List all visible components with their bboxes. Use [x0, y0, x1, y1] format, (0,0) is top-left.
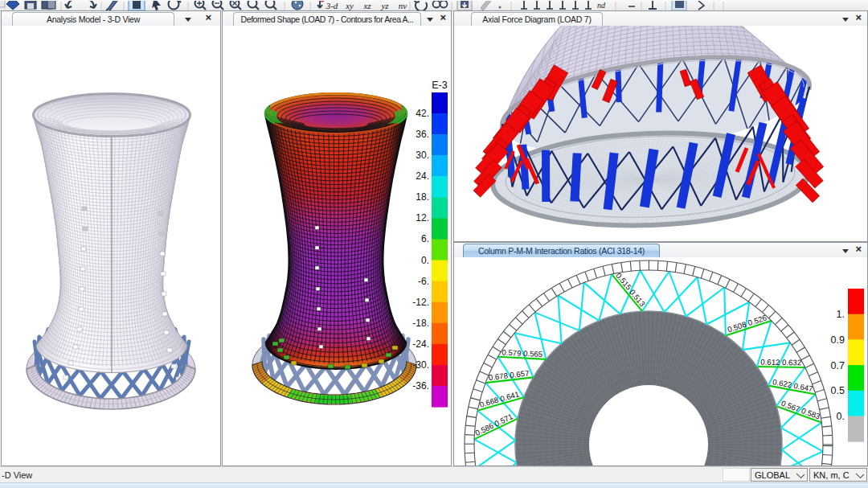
pan-icon[interactable] — [292, 1, 303, 10]
contour-legend-swatch — [432, 134, 448, 156]
contour-legend-tick: -6. — [418, 276, 429, 287]
pane-menu-caret-icon[interactable] — [842, 249, 849, 253]
axial-force-viewport[interactable] — [454, 26, 867, 241]
pane-deformed-shape: Deformed Shape (LOAD 7) - Contours for A… — [222, 10, 452, 466]
contour-legend-title: E-3 — [432, 80, 448, 91]
sap2000-window: 3-dxyxzyznvnd Analysis Model - 3-D View … — [0, 0, 868, 488]
status-bar: -D View GLOBAL KN, m, C — [0, 466, 868, 483]
svg-text:0.515 0.513: 0.515 0.513 — [614, 271, 647, 308]
contour-legend-tick: 24. — [416, 170, 429, 182]
restore-previous-zoom-icon[interactable] — [231, 1, 242, 10]
contour-legend-swatch — [432, 323, 448, 345]
pane-menu-caret-icon[interactable] — [842, 18, 849, 22]
svg-text:0.612 0.632: 0.612 0.632 — [760, 358, 801, 367]
contour-legend-swatch — [432, 155, 448, 177]
contour-legend-swatch — [432, 176, 448, 198]
i-section-5-icon[interactable]: nd — [597, 1, 606, 10]
i-section-1-icon[interactable] — [547, 1, 553, 9]
analysis-model-viewport[interactable] — [2, 26, 220, 465]
perpendicular-axis-icon[interactable] — [698, 1, 704, 10]
status-empty-cell — [723, 468, 750, 482]
interaction-ratios-viewport[interactable]: 0.567 0.5830.622 0.6470.612 0.6320.508 0… — [454, 257, 867, 465]
pane-close-icon[interactable]: × — [205, 11, 211, 24]
shell-annulus — [515, 311, 782, 465]
save-as-icon[interactable] — [42, 1, 55, 9]
contour-legend-swatch — [432, 260, 448, 282]
zoom-in-one-step-icon[interactable] — [248, 1, 260, 10]
pointer-select-icon[interactable] — [152, 1, 161, 10]
yz-view-icon[interactable]: nv — [399, 1, 407, 10]
tab-interaction-ratios[interactable]: Column P-M-M Interaction Ratios (ACI 318… — [463, 244, 660, 257]
tab-deformed-shape[interactable]: Deformed Shape (LOAD 7) - Contours for A… — [233, 12, 421, 26]
coordinate-system-value: GLOBAL — [755, 470, 790, 480]
pane-close-icon[interactable]: × — [855, 243, 862, 256]
perspective-toggle-icon[interactable] — [457, 1, 472, 10]
tab-axial-force[interactable]: Axial Force Diagram (LOAD 7) — [471, 12, 603, 26]
i-section-4-icon[interactable] — [585, 1, 592, 9]
contour-legend-tick: -18. — [412, 318, 429, 329]
xy-view-icon[interactable]: xz — [362, 1, 371, 10]
ratio-legend-tick: 1. — [837, 309, 845, 320]
pane-deformed-titlebar: Deformed Shape (LOAD 7) - Contours for A… — [223, 11, 451, 27]
ratio-legend-swatch — [848, 339, 864, 365]
rubber-band-zoom-icon[interactable] — [195, 1, 207, 10]
ratio-legend: 1.0.90.70.50. — [831, 289, 864, 442]
ratio-legend-swatch — [848, 289, 864, 314]
pane-close-icon[interactable]: × — [440, 11, 446, 24]
svg-text:0.586 0.571: 0.586 0.571 — [473, 412, 514, 437]
deformed-shape-viewport[interactable]: E-342.36.30.24.18.12.6.0.-6.-12.-18.-24.… — [223, 26, 451, 465]
object-shrink-toggle-icon[interactable] — [481, 1, 491, 10]
redo-icon[interactable] — [85, 1, 96, 8]
rotate-3d-view-icon[interactable] — [433, 1, 448, 8]
ratio-legend-swatch — [848, 365, 864, 391]
contour-legend-tick: -30. — [412, 359, 429, 371]
dash-separator-icon[interactable] — [672, 1, 686, 10]
ratio-legend-tick: 0.5 — [831, 385, 845, 396]
svg-text:yz: yz — [380, 1, 389, 10]
named-display-nd-icon[interactable] — [649, 1, 657, 9]
restore-full-view-icon[interactable] — [213, 1, 224, 10]
pane-close-icon[interactable]: × — [855, 11, 862, 24]
draw-special-joint-icon[interactable]: 3-d — [326, 1, 338, 10]
xz-view-icon[interactable]: yz — [380, 1, 389, 10]
3d-view-icon[interactable]: xy — [345, 1, 354, 10]
i-section-2-icon[interactable] — [559, 1, 566, 9]
window-bottom-strip — [0, 482, 868, 488]
svg-text:xy: xy — [345, 1, 354, 10]
save-icon[interactable] — [25, 1, 36, 9]
pane-axial-titlebar: Axial Force Diagram (LOAD 7) × — [454, 11, 867, 27]
refresh-window-icon[interactable] — [169, 1, 182, 10]
undo-icon[interactable] — [65, 1, 76, 8]
nv-view-icon[interactable] — [414, 1, 427, 11]
pane-menu-caret-icon[interactable] — [427, 18, 433, 22]
contour-legend-swatch — [432, 365, 448, 387]
zoom-out-one-step-icon[interactable] — [266, 1, 277, 10]
svg-text:3-d: 3-d — [326, 1, 338, 10]
contour-legend-tick: -36. — [412, 380, 429, 392]
lock-model-icon[interactable] — [129, 1, 145, 10]
tab-analysis-label: Analysis Model - 3-D View — [47, 14, 140, 24]
move-down-pen-icon[interactable] — [521, 1, 527, 9]
contour-legend-swatch — [432, 281, 448, 303]
main-toolbar[interactable]: 3-dxyxzyznvnd — [0, 0, 868, 11]
coordinate-system-select[interactable]: GLOBAL — [751, 468, 808, 482]
units-select[interactable]: KN, m, C — [809, 468, 867, 482]
ratio-legend-swatch — [848, 314, 864, 340]
contour-legend-tick: 0. — [421, 255, 429, 266]
contour-legend-swatch — [432, 113, 448, 135]
ratio-legend-tick: 0.7 — [831, 360, 845, 371]
i-section-3-icon[interactable] — [572, 1, 579, 9]
new-model-icon[interactable] — [6, 1, 19, 10]
dot-marker-icon[interactable] — [534, 1, 540, 9]
pane-menu-caret-icon[interactable] — [185, 18, 191, 22]
status-view-label: -D View — [2, 470, 32, 480]
snap-sphere-icon[interactable] — [317, 1, 325, 8]
down-one-gridline-icon[interactable] — [499, 6, 502, 9]
pane-analysis-model: Analysis Model - 3-D View × — [1, 10, 221, 466]
units-value: KN, m, C — [813, 470, 850, 480]
contour-legend-swatch — [432, 218, 448, 240]
tab-analysis-model[interactable]: Analysis Model - 3-D View — [12, 12, 174, 26]
svg-text:0.668 0.641: 0.668 0.641 — [478, 389, 520, 409]
chevron-down-icon — [796, 470, 805, 478]
tab-deformed-label: Deformed Shape (LOAD 7) - Contours for A… — [241, 14, 414, 24]
